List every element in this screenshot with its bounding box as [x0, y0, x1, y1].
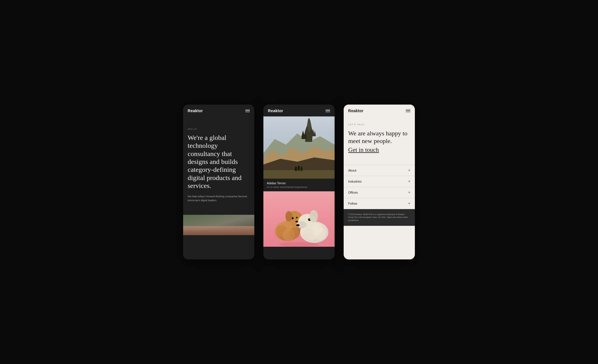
- adidas-terrex-caption: Adidas Terrex An in-store omnichannel ex…: [263, 179, 335, 191]
- hero-headline: We're a global technology consultancy th…: [188, 134, 250, 190]
- phone-1-header: Reaktor: [183, 105, 254, 116]
- phone-mockups-container: Reaktor HELLO! We're a global technology…: [183, 105, 415, 259]
- phone-1-menu-icon[interactable]: [245, 109, 250, 112]
- card-title: Adidas Terrex: [267, 181, 331, 185]
- get-in-touch-link[interactable]: Get in touch: [348, 146, 379, 153]
- nav-industries-expand-icon: +: [408, 179, 410, 183]
- dogs-image: [263, 191, 335, 247]
- svg-rect-11: [183, 230, 254, 235]
- nav-offices-expand-icon: +: [408, 190, 410, 194]
- nav-follow-label: Follow: [348, 202, 357, 205]
- nav-item-industries[interactable]: Industries +: [344, 176, 415, 187]
- svg-point-36: [295, 221, 298, 222]
- nav-industries-label: Industries: [348, 180, 362, 183]
- phone-1-bottom-image: [183, 215, 254, 235]
- phone-3-menu-icon[interactable]: [406, 109, 410, 112]
- svg-rect-1: [183, 215, 254, 235]
- phone-3-mockup: Reaktor LET'S TALK! We are always happy …: [344, 105, 415, 259]
- nav-about-expand-icon: +: [408, 168, 410, 172]
- hello-label: HELLO!: [188, 128, 250, 130]
- footer-navigation: About + Industries + Offices + Follow +: [344, 165, 415, 209]
- legal-text: © 2023 Reaktor. REAKTOR is a registered …: [348, 213, 410, 222]
- footer-legal: © 2023 Reaktor. REAKTOR is a registered …: [344, 209, 415, 226]
- nav-item-follow[interactable]: Follow +: [344, 198, 415, 209]
- adidas-terrex-image: [263, 116, 335, 179]
- nav-follow-expand-icon: +: [408, 201, 410, 205]
- svg-point-43: [296, 224, 300, 226]
- svg-rect-20: [263, 170, 335, 179]
- phone-2-mockup: Reaktor: [263, 105, 335, 259]
- svg-point-26: [300, 170, 303, 171]
- nav-item-about[interactable]: About +: [344, 165, 415, 176]
- svg-point-48: [279, 242, 319, 247]
- svg-rect-10: [183, 226, 254, 235]
- phone-2-header: Reaktor: [263, 105, 335, 116]
- svg-point-37: [285, 211, 292, 221]
- svg-point-33: [289, 229, 300, 239]
- phone-3-header: Reaktor: [344, 105, 415, 116]
- phone-1-content: HELLO! We're a global technology consult…: [183, 116, 254, 215]
- svg-point-35: [296, 217, 298, 218]
- lets-talk-label: LET'S TALK!: [348, 123, 410, 126]
- contact-headline: We are always happy to meet new people.: [348, 130, 410, 145]
- phone-2-logo: Reaktor: [268, 109, 283, 113]
- card-subtitle: An in-store omnichannel experience: [267, 186, 331, 188]
- phone-2-content: Adidas Terrex An in-store omnichannel ex…: [263, 116, 335, 247]
- phone-1-logo: Reaktor: [188, 109, 203, 113]
- svg-point-44: [309, 210, 318, 222]
- nav-about-label: About: [348, 169, 356, 172]
- svg-point-25: [297, 170, 300, 171]
- hero-subtext: We help today's forward-thinking compani…: [188, 195, 250, 202]
- phone-3-content: LET'S TALK! We are always happy to meet …: [344, 116, 415, 165]
- phone-2-menu-icon[interactable]: [326, 109, 330, 112]
- svg-point-47: [314, 227, 326, 240]
- nav-item-offices[interactable]: Offices +: [344, 187, 415, 198]
- phone-3-logo: Reaktor: [348, 109, 363, 113]
- phone-1-mockup: Reaktor HELLO! We're a global technology…: [183, 105, 254, 259]
- nav-offices-label: Offices: [348, 191, 358, 194]
